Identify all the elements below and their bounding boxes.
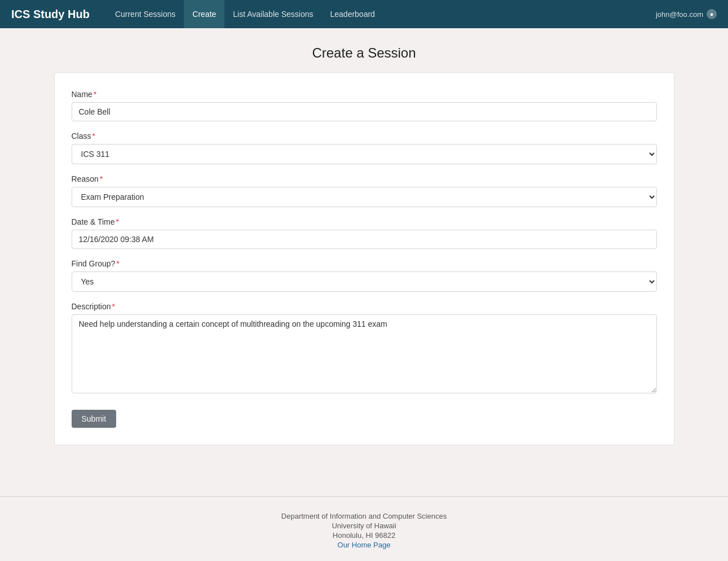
- nav-item-current-sessions[interactable]: Current Sessions: [107, 0, 184, 28]
- name-input[interactable]: [72, 102, 657, 121]
- name-required: *: [94, 90, 96, 99]
- findgroup-group: Find Group?* Yes No: [72, 259, 657, 292]
- name-group: Name*: [72, 90, 657, 121]
- class-select[interactable]: ICS 311 ICS 314 ICS 111 ICS 211: [72, 144, 657, 164]
- description-required: *: [112, 302, 115, 311]
- description-group: Description* Need help understanding a c…: [72, 302, 657, 395]
- page-title: Create a Session: [11, 45, 717, 61]
- findgroup-select[interactable]: Yes No: [72, 271, 657, 292]
- footer: Department of Information and Computer S…: [0, 496, 728, 561]
- nav-item-create[interactable]: Create: [184, 0, 224, 28]
- submit-button[interactable]: Submit: [72, 410, 117, 428]
- name-label: Name*: [72, 90, 657, 99]
- form-card: Name* Class* ICS 311 ICS 314 ICS 111 ICS…: [54, 72, 674, 445]
- navbar-brand: ICS Study Hub: [11, 8, 90, 21]
- footer-line2: University of Hawaii: [0, 521, 728, 530]
- findgroup-required: *: [116, 259, 119, 268]
- class-required: *: [92, 132, 95, 141]
- reason-select[interactable]: Exam Preparation Homework Help General S…: [72, 187, 657, 207]
- main-content: Create a Session Name* Class* ICS 311 IC…: [0, 28, 728, 462]
- class-group: Class* ICS 311 ICS 314 ICS 111 ICS 211: [72, 132, 657, 164]
- datetime-group: Date & Time*: [72, 217, 657, 249]
- navbar-user: john@foo.com ●: [656, 9, 717, 19]
- datetime-required: *: [116, 217, 119, 226]
- datetime-label: Date & Time*: [72, 217, 657, 226]
- reason-required: *: [100, 174, 103, 183]
- footer-home-link[interactable]: Our Home Page: [338, 541, 391, 549]
- navbar-nav: Current Sessions Create List Available S…: [107, 0, 656, 28]
- nav-item-leaderboard[interactable]: Leaderboard: [321, 0, 383, 28]
- footer-link-line: Our Home Page: [0, 541, 728, 549]
- nav-item-list-sessions[interactable]: List Available Sessions: [224, 0, 321, 28]
- reason-group: Reason* Exam Preparation Homework Help G…: [72, 174, 657, 207]
- footer-line3: Honolulu, HI 96822: [0, 531, 728, 540]
- description-label: Description*: [72, 302, 657, 311]
- description-textarea[interactable]: Need help understanding a certain concep…: [72, 314, 657, 393]
- navbar: ICS Study Hub Current Sessions Create Li…: [0, 0, 728, 28]
- user-icon: ●: [707, 9, 717, 19]
- findgroup-label: Find Group?*: [72, 259, 657, 268]
- datetime-input[interactable]: [72, 230, 657, 249]
- user-email: john@foo.com: [656, 10, 703, 19]
- reason-label: Reason*: [72, 174, 657, 183]
- footer-line1: Department of Information and Computer S…: [0, 512, 728, 520]
- class-label: Class*: [72, 132, 657, 141]
